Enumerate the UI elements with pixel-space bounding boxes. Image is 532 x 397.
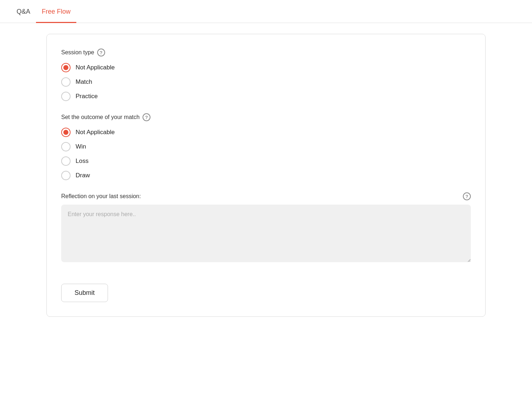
radio-outcome-na-label: Not Applicable (76, 129, 115, 136)
radio-match-circle (61, 77, 71, 87)
match-outcome-label: Set the outcome of your match ? (61, 113, 471, 121)
outcome-not-applicable[interactable]: Not Applicable (61, 128, 471, 137)
radio-loss-circle (61, 156, 71, 166)
match-outcome-radio-group: Not Applicable Win Loss Draw (61, 128, 471, 180)
radio-loss-label: Loss (76, 158, 89, 165)
session-type-label: Session type ? (61, 49, 471, 56)
radio-practice-circle (61, 92, 71, 101)
reflection-header: Reflection on your last session: ? (61, 192, 471, 200)
radio-win-label: Win (76, 143, 86, 150)
form-card: Session type ? Not Applicable Match Prac… (46, 34, 486, 317)
radio-not-applicable-circle (61, 63, 71, 72)
tab-qa[interactable]: Q&A (11, 0, 36, 23)
outcome-win[interactable]: Win (61, 142, 471, 151)
session-type-not-applicable[interactable]: Not Applicable (61, 63, 471, 72)
radio-outcome-na-circle (61, 128, 71, 137)
radio-win-circle (61, 142, 71, 151)
tab-bar: Q&A Free Flow (0, 0, 532, 23)
radio-not-applicable-label: Not Applicable (76, 64, 115, 71)
reflection-help-icon[interactable]: ? (463, 192, 471, 200)
reflection-textarea[interactable] (61, 205, 471, 262)
outcome-draw[interactable]: Draw (61, 171, 471, 180)
outcome-loss[interactable]: Loss (61, 156, 471, 166)
radio-draw-label: Draw (76, 172, 90, 179)
match-outcome-help-icon[interactable]: ? (143, 113, 150, 121)
main-content: Session type ? Not Applicable Match Prac… (0, 23, 532, 328)
session-type-help-icon[interactable]: ? (97, 49, 105, 56)
session-type-section: Session type ? Not Applicable Match Prac… (61, 49, 471, 101)
submit-button[interactable]: Submit (61, 284, 108, 302)
match-outcome-section: Set the outcome of your match ? Not Appl… (61, 113, 471, 180)
session-type-radio-group: Not Applicable Match Practice (61, 63, 471, 101)
session-type-match[interactable]: Match (61, 77, 471, 87)
radio-match-label: Match (76, 78, 92, 86)
reflection-section: Reflection on your last session: ? (61, 192, 471, 264)
tab-freeflow[interactable]: Free Flow (36, 0, 76, 23)
reflection-label: Reflection on your last session: (61, 193, 141, 200)
session-type-practice[interactable]: Practice (61, 92, 471, 101)
radio-practice-label: Practice (76, 93, 98, 100)
radio-draw-circle (61, 171, 71, 180)
